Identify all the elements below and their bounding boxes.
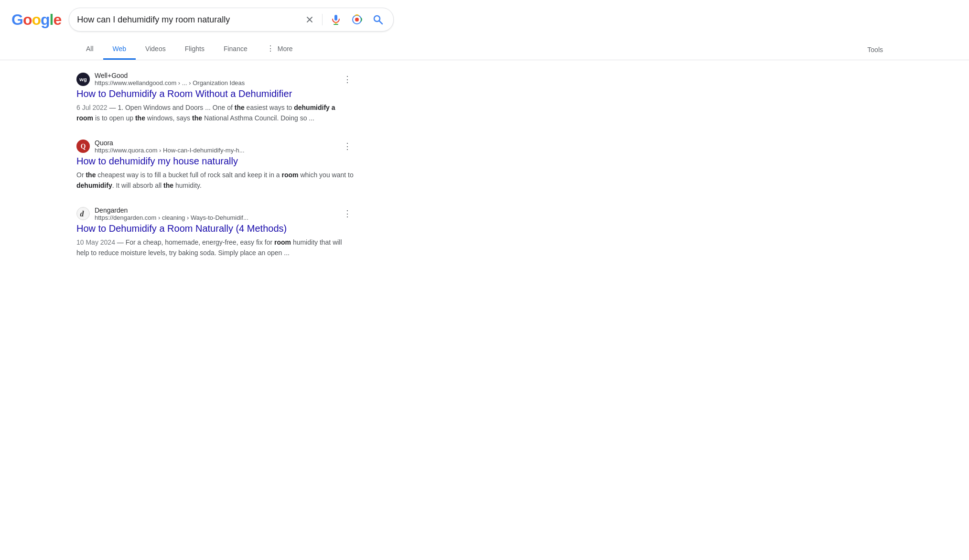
- result-source: Q Quora https://www.quora.com › How-can-…: [76, 139, 354, 154]
- result-date: 10 May 2024: [76, 238, 115, 246]
- favicon: d: [76, 207, 90, 220]
- result-title[interactable]: How to Dehumidify a Room Without a Dehum…: [76, 88, 354, 99]
- tab-web[interactable]: Web: [103, 39, 136, 60]
- result-snippet: Or the cheapest way is to fill a bucket …: [76, 170, 354, 191]
- lens-icon: [351, 14, 363, 25]
- source-info: Quora https://www.quora.com › How-can-I-…: [95, 139, 245, 154]
- result-menu-button[interactable]: ⋮: [341, 206, 354, 221]
- mic-icon: [330, 14, 342, 25]
- mic-button[interactable]: [328, 12, 344, 27]
- result-title[interactable]: How to dehumidify my house naturally: [76, 156, 354, 167]
- result-snippet: 10 May 2024 — For a cheap, homemade, ene…: [76, 237, 354, 258]
- search-icon: [372, 14, 384, 25]
- result-snippet: 6 Jul 2022 — 1. Open Windows and Doors .…: [76, 102, 354, 124]
- logo-l: l: [50, 11, 54, 29]
- tab-all[interactable]: All: [76, 39, 103, 60]
- favicon: wg: [76, 73, 90, 86]
- result-item: Q Quora https://www.quora.com › How-can-…: [76, 139, 354, 191]
- result-item: d Dengarden https://dengarden.com › clea…: [76, 206, 354, 258]
- tools-tab[interactable]: Tools: [858, 40, 893, 59]
- svg-text:d: d: [80, 210, 85, 218]
- logo-o2: o: [32, 11, 41, 29]
- more-label: More: [278, 45, 293, 53]
- header: Google: [0, 0, 969, 39]
- dengarden-logo: d: [77, 207, 89, 220]
- source-info: Well+Good https://www.wellandgood.com › …: [95, 72, 245, 86]
- result-item: wg Well+Good https://www.wellandgood.com…: [76, 72, 354, 124]
- tab-flights[interactable]: Flights: [175, 39, 214, 60]
- logo-g: G: [11, 11, 23, 29]
- svg-rect-2: [334, 15, 337, 21]
- clear-button[interactable]: [303, 13, 316, 26]
- source-name: Dengarden: [95, 206, 248, 214]
- source-url: https://www.quora.com › How-can-I-dehumi…: [95, 147, 245, 154]
- favicon: Q: [76, 140, 90, 153]
- source-info: Dengarden https://dengarden.com › cleani…: [95, 206, 248, 221]
- clear-icon: [305, 15, 314, 24]
- source-url: https://dengarden.com › cleaning › Ways-…: [95, 214, 248, 221]
- tab-finance[interactable]: Finance: [214, 39, 257, 60]
- logo-g2: g: [41, 11, 50, 29]
- result-menu-button[interactable]: ⋮: [341, 139, 354, 153]
- result-source: d Dengarden https://dengarden.com › clea…: [76, 206, 354, 221]
- source-name: Quora: [95, 139, 245, 147]
- search-divider: [322, 14, 323, 25]
- logo-o1: o: [23, 11, 32, 29]
- nav-tabs: All Web Videos Flights Finance ⋮ More To…: [0, 39, 969, 60]
- result-source: wg Well+Good https://www.wellandgood.com…: [76, 72, 354, 86]
- search-input[interactable]: [77, 15, 297, 25]
- more-dots-icon: ⋮: [267, 45, 275, 53]
- source-url: https://www.wellandgood.com › ... › Orga…: [95, 79, 245, 86]
- lens-button[interactable]: [349, 12, 365, 27]
- result-title[interactable]: How to Dehumidify a Room Naturally (4 Me…: [76, 223, 354, 234]
- search-button[interactable]: [370, 12, 386, 27]
- favicon-text: wg: [79, 76, 86, 82]
- source-name: Well+Good: [95, 72, 245, 79]
- svg-text:Q: Q: [81, 143, 86, 150]
- result-date: 6 Jul 2022: [76, 104, 108, 111]
- search-bar: [69, 8, 394, 32]
- svg-line-8: [379, 21, 382, 24]
- logo-e: e: [53, 11, 61, 29]
- search-bar-wrapper: [69, 8, 394, 32]
- tab-more[interactable]: ⋮ More: [257, 39, 302, 60]
- svg-point-6: [355, 18, 359, 22]
- quora-logo: Q: [77, 140, 89, 152]
- results-container: wg Well+Good https://www.wellandgood.com…: [0, 60, 430, 285]
- tab-videos[interactable]: Videos: [136, 39, 175, 60]
- result-menu-button[interactable]: ⋮: [341, 72, 354, 86]
- google-logo[interactable]: Google: [11, 11, 61, 29]
